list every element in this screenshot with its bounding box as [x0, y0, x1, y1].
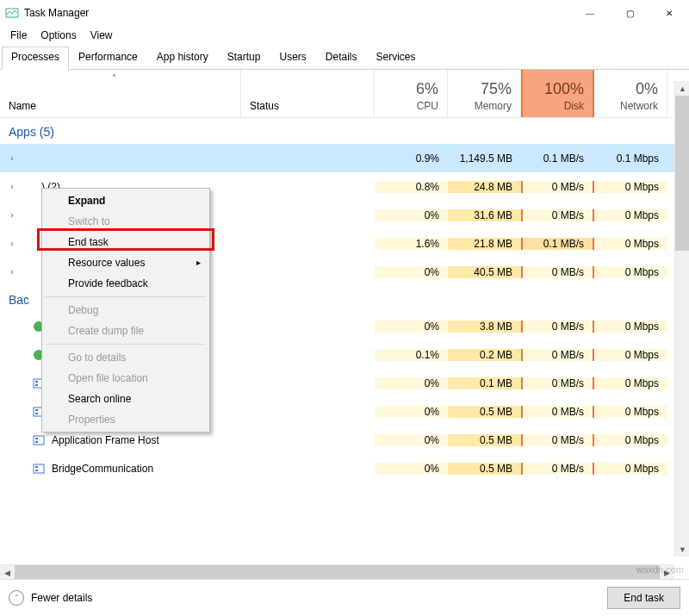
table-row[interactable]: BridgeCommunication0%0.5 MB0 MB/s0 Mbps	[0, 454, 689, 482]
process-icon	[21, 208, 36, 223]
disk-cell: 0 MB/s	[521, 434, 594, 446]
tab-services[interactable]: Services	[367, 47, 425, 69]
cpu-cell: 0.8%	[375, 181, 448, 193]
expand-icon[interactable]: ›	[5, 267, 19, 277]
cpu-cell: 0.9%	[375, 152, 448, 165]
disk-cell: 0 MB/s	[521, 181, 594, 193]
network-cell: 0 Mbps	[594, 377, 667, 389]
network-cell: 0 Mbps	[594, 209, 667, 221]
scroll-left-icon[interactable]: ◀	[0, 565, 15, 580]
tab-performance[interactable]: Performance	[69, 47, 147, 69]
svg-rect-14	[35, 470, 38, 471]
svg-rect-7	[35, 409, 38, 411]
header-status[interactable]: Status	[241, 70, 375, 117]
menu-options[interactable]: Options	[34, 28, 83, 43]
network-cell: 0 Mbps	[594, 349, 667, 361]
scroll-thumb-h[interactable]	[15, 565, 660, 580]
svg-rect-11	[35, 441, 38, 443]
footer-bar: ˄ Fewer details End task	[0, 579, 689, 616]
horizontal-scrollbar[interactable]: ◀ ▶	[0, 564, 674, 579]
header-memory[interactable]: 75%Memory	[448, 70, 521, 117]
cpu-cell: 0%	[375, 377, 448, 389]
tab-processes[interactable]: Processes	[2, 47, 69, 70]
cpu-cell: 0%	[375, 266, 448, 278]
ctx-switch-to: Switch to	[44, 211, 208, 232]
ctx-search-online[interactable]: Search online	[44, 389, 208, 409]
network-cell: 0 Mbps	[594, 266, 667, 278]
window-controls: — ▢ ✕	[570, 0, 689, 26]
chevron-right-icon: ▸	[196, 258, 201, 267]
ctx-resource-values[interactable]: Resource values▸	[44, 252, 208, 273]
memory-cell: 24.8 MB	[448, 181, 521, 193]
tab-startup[interactable]: Startup	[218, 47, 270, 69]
ctx-create-dump-file: Create dump file	[44, 320, 208, 341]
fewer-details-button[interactable]: ˄ Fewer details	[9, 590, 607, 606]
tab-users[interactable]: Users	[270, 47, 315, 69]
app-icon	[5, 6, 19, 20]
sort-indicator-icon: ˄	[112, 73, 116, 83]
column-headers: ˄ Name Status 6%CPU 75%Memory 100%Disk 0…	[0, 70, 689, 118]
tab-app-history[interactable]: App history	[147, 47, 218, 69]
network-cell: 0 Mbps	[594, 463, 667, 475]
menu-file[interactable]: File	[3, 28, 34, 43]
network-cell: 0 Mbps	[594, 406, 667, 418]
header-disk[interactable]: 100%Disk	[521, 70, 594, 117]
cpu-cell: 0%	[375, 406, 448, 418]
expand-icon[interactable]: ›	[5, 153, 19, 163]
svg-rect-13	[35, 466, 38, 468]
memory-cell: 40.5 MB	[448, 266, 521, 278]
process-icon	[21, 151, 36, 166]
menu-separator	[46, 344, 206, 345]
ctx-go-to-details: Go to details	[44, 347, 208, 368]
close-button[interactable]: ✕	[649, 0, 689, 26]
header-cpu[interactable]: 6%CPU	[375, 70, 448, 117]
header-name[interactable]: Name	[0, 70, 241, 117]
process-name: BridgeCommunication	[52, 463, 153, 475]
disk-cell: 0.1 MB/s	[521, 152, 594, 165]
svg-rect-4	[35, 381, 38, 383]
memory-cell: 0.5 MB	[448, 463, 521, 475]
cpu-cell: 0%	[375, 320, 448, 333]
disk-cell: 0 MB/s	[521, 209, 594, 221]
title-bar: Task Manager — ▢ ✕	[0, 0, 689, 26]
disk-cell: 0.1 MB/s	[521, 238, 594, 250]
end-task-button[interactable]: End task	[607, 587, 680, 609]
memory-cell: 0.5 MB	[448, 406, 521, 418]
tab-details[interactable]: Details	[316, 47, 367, 69]
menu-view[interactable]: View	[84, 28, 120, 43]
process-name: Application Frame Host	[52, 434, 159, 446]
ctx-expand[interactable]: Expand	[44, 190, 208, 211]
memory-cell: 0.1 MB	[448, 377, 521, 389]
expand-icon[interactable]: ›	[5, 210, 19, 220]
minimize-button[interactable]: —	[570, 0, 610, 26]
disk-cell: 0 MB/s	[521, 266, 594, 278]
process-icon	[31, 432, 47, 448]
expand-icon[interactable]: ›	[5, 239, 19, 248]
network-cell: 0 Mbps	[594, 320, 667, 333]
header-network[interactable]: 0%Network	[594, 70, 667, 117]
memory-cell: 31.6 MB	[448, 209, 521, 221]
ctx-provide-feedback[interactable]: Provide feedback	[44, 273, 208, 294]
group-apps[interactable]: Apps (5)	[0, 118, 689, 144]
scroll-up-icon[interactable]: ▲	[675, 81, 689, 96]
disk-cell: 0 MB/s	[521, 377, 594, 389]
expand-icon[interactable]: ›	[5, 182, 19, 191]
disk-cell: 0 MB/s	[521, 349, 594, 361]
disk-cell: 0 MB/s	[521, 463, 594, 475]
svg-rect-10	[35, 438, 38, 439]
chevron-up-icon: ˄	[9, 590, 24, 606]
process-icon	[21, 236, 36, 252]
context-menu: ExpandSwitch toEnd taskResource values▸P…	[41, 188, 210, 432]
scroll-down-icon[interactable]: ▼	[675, 542, 689, 557]
network-cell: 0.1 Mbps	[594, 152, 667, 165]
vertical-scrollbar[interactable]: ▲ ▼	[674, 81, 689, 557]
disk-cell: 0 MB/s	[521, 406, 594, 418]
table-row[interactable]: ›0.9%1,149.5 MB0.1 MB/s0.1 Mbps	[0, 144, 689, 172]
scroll-thumb[interactable]	[675, 96, 689, 251]
maximize-button[interactable]: ▢	[610, 0, 649, 26]
cpu-cell: 0%	[375, 463, 448, 475]
window-title: Task Manager	[24, 7, 570, 19]
ctx-end-task[interactable]: End task	[44, 232, 208, 252]
menu-bar: File Options View	[0, 26, 689, 45]
watermark: wsxdn.com	[636, 564, 684, 575]
